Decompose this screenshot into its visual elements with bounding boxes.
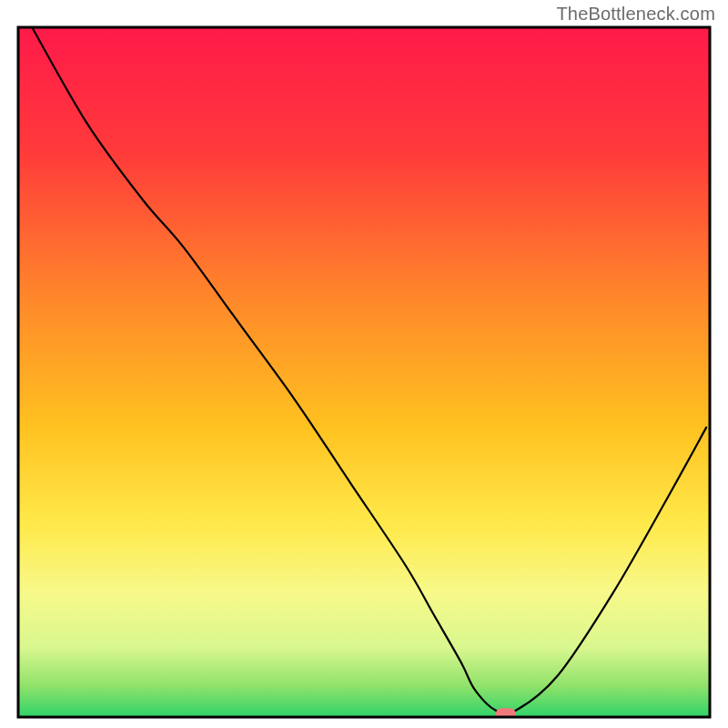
gradient-background — [18, 27, 710, 717]
chart-stage: TheBottleneck.com — [0, 0, 728, 728]
bottleneck-chart — [0, 0, 728, 728]
